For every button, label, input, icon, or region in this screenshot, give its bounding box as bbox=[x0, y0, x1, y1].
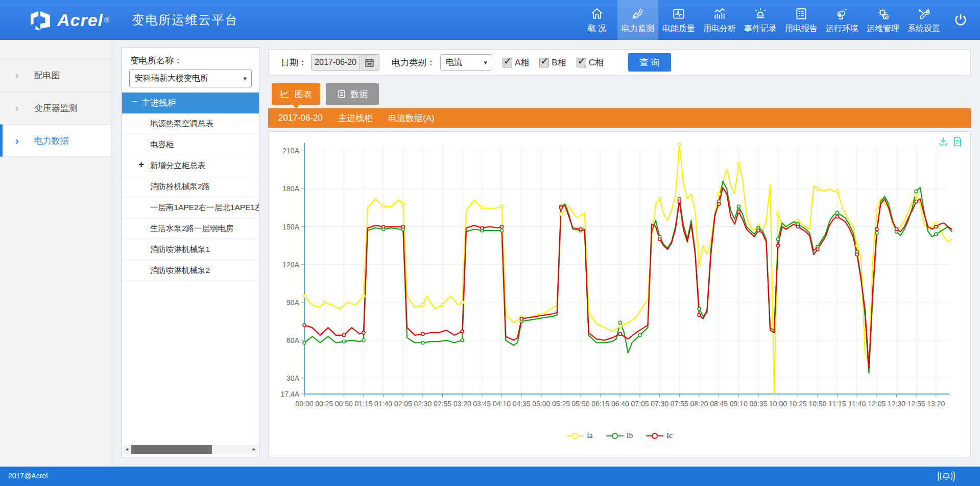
tree-node-label: 新增分立柜总表 bbox=[150, 160, 206, 171]
check-icon: ✓ bbox=[578, 55, 586, 67]
acrel-logo-icon bbox=[29, 10, 52, 30]
analysis-icon bbox=[713, 6, 726, 21]
phase-label: B相 bbox=[552, 57, 566, 68]
legend-marker-icon bbox=[646, 432, 663, 439]
tree-node-2[interactable]: 电容柜 bbox=[122, 134, 259, 155]
scroll-right-arrow-icon[interactable]: ► bbox=[250, 445, 258, 454]
tree-node-label: 主进线柜 bbox=[141, 97, 176, 109]
nav-item-usage-analysis[interactable]: 用电分析 bbox=[699, 0, 740, 40]
top-navigation: 概 况电力监测电能质量用电分析事件记录用电报告运行环境运维管理系统设置 bbox=[577, 0, 944, 40]
svg-text:60A: 60A bbox=[286, 336, 300, 344]
tree-node-6[interactable]: 生活水泵2路一层弱电房 bbox=[122, 218, 259, 239]
sidebar-item-transformer-monitor[interactable]: ›变压器监测 bbox=[0, 91, 111, 124]
legend-item-Ia[interactable]: Ia bbox=[566, 431, 593, 440]
svg-text:09:35: 09:35 bbox=[749, 400, 767, 408]
legend-item-Ic[interactable]: Ic bbox=[646, 431, 673, 440]
tab-data[interactable]: 数据 bbox=[326, 83, 379, 105]
tree-node-4[interactable]: 消防栓机械泵2路 bbox=[122, 176, 259, 197]
tree-node-label: 消防喷淋机械泵1 bbox=[150, 244, 210, 255]
date-input[interactable]: 2017-06-20 bbox=[311, 54, 360, 71]
power-type-select[interactable]: 电流 ▾ bbox=[440, 54, 492, 71]
query-toolbar: 日期： 2017-06-20 电力类别： 电流 ▾ ✓A相✓B相✓C相 查 询 bbox=[268, 49, 971, 76]
export-data-icon[interactable] bbox=[953, 136, 962, 147]
sidebar-menu: ›配电图›变压器监测›电力数据 bbox=[0, 59, 111, 157]
tree-node-1[interactable]: 地源热泵空调总表 bbox=[122, 113, 259, 134]
tree-node-label: 一层南1APE2右一层北1APE1左 bbox=[150, 202, 259, 213]
tree-node-8[interactable]: 消防喷淋机械泵2 bbox=[122, 260, 259, 281]
scrollbar-thumb[interactable] bbox=[131, 445, 212, 454]
phase-checkbox-C相[interactable]: ✓C相 bbox=[577, 57, 604, 68]
checkbox[interactable]: ✓ bbox=[539, 58, 549, 67]
svg-text:11:40: 11:40 bbox=[848, 400, 866, 408]
quality-icon bbox=[672, 6, 685, 21]
svg-text:17.4A: 17.4A bbox=[280, 390, 299, 398]
svg-text:11:15: 11:15 bbox=[829, 400, 846, 408]
expand-plus-icon[interactable]: + bbox=[138, 159, 144, 170]
svg-text:07:30: 07:30 bbox=[651, 400, 668, 408]
legend-item-Ib[interactable]: Ib bbox=[606, 431, 633, 440]
app-title: 变电所运维云平台 bbox=[132, 12, 238, 28]
chevron-down-icon: ▾ bbox=[243, 75, 247, 82]
download-icon[interactable] bbox=[938, 136, 948, 147]
svg-text:10:00: 10:00 bbox=[769, 400, 787, 408]
svg-text:05:25: 05:25 bbox=[552, 400, 570, 408]
alarm-bell-icon[interactable] bbox=[935, 470, 958, 483]
legend-label: Ic bbox=[666, 431, 673, 440]
copyright-text: 2017@Acrel bbox=[8, 472, 47, 480]
tree-node-7[interactable]: 消防喷淋机械泵1 bbox=[122, 239, 259, 260]
station-select[interactable]: 安科瑞新大楼变电所 ▾ bbox=[129, 69, 252, 87]
svg-text:06:40: 06:40 bbox=[611, 400, 629, 408]
phase-checkbox-B相[interactable]: ✓B相 bbox=[539, 57, 566, 68]
footer-bar: 2017@Acrel bbox=[0, 467, 980, 486]
nav-item-label: 电能质量 bbox=[662, 24, 695, 34]
calendar-button[interactable] bbox=[360, 54, 379, 71]
chevron-right-icon: › bbox=[15, 70, 19, 81]
svg-text:120A: 120A bbox=[282, 261, 299, 269]
current-line-chart[interactable]: 30A60A90A120A150A180A210A17.4A00:0000:25… bbox=[269, 132, 970, 457]
plug-icon bbox=[631, 6, 644, 21]
svg-text:02:30: 02:30 bbox=[414, 400, 432, 408]
check-icon: ✓ bbox=[540, 55, 548, 67]
tree-horizontal-scrollbar[interactable]: ◄ ► bbox=[123, 445, 258, 454]
sidebar-item-power-data[interactable]: ›电力数据 bbox=[0, 124, 111, 157]
svg-text:04:35: 04:35 bbox=[513, 400, 531, 408]
nav-item-overview[interactable]: 概 况 bbox=[577, 0, 617, 40]
collapse-minus-icon[interactable]: − bbox=[132, 97, 137, 107]
nav-item-environment[interactable]: 运行环境 bbox=[822, 0, 863, 40]
checkbox[interactable]: ✓ bbox=[503, 58, 512, 67]
nav-item-power-quality[interactable]: 电能质量 bbox=[658, 0, 699, 40]
chevron-down-icon: ▾ bbox=[484, 59, 487, 66]
tab-chart[interactable]: 图表 bbox=[272, 83, 320, 105]
svg-text:180A: 180A bbox=[282, 184, 299, 193]
svg-text:00:25: 00:25 bbox=[315, 400, 333, 408]
chart-legend: IaIbIc bbox=[269, 431, 970, 440]
phase-checkbox-A相[interactable]: ✓A相 bbox=[503, 57, 529, 68]
logo-area: Acrel ® 变电所运维云平台 bbox=[29, 0, 238, 40]
nav-item-label: 事件记录 bbox=[744, 24, 777, 34]
svg-text:08:20: 08:20 bbox=[690, 400, 708, 408]
svg-text:13:20: 13:20 bbox=[927, 400, 945, 408]
tab-chart-label: 图表 bbox=[295, 88, 312, 100]
nav-item-event-log[interactable]: 事件记录 bbox=[740, 0, 781, 40]
nav-item-system-settings[interactable]: 系统设置 bbox=[903, 0, 944, 40]
checkbox[interactable]: ✓ bbox=[577, 58, 586, 67]
tree-node-0[interactable]: −主进线柜 bbox=[122, 92, 259, 113]
tree-node-3[interactable]: +新增分立柜总表 bbox=[122, 155, 259, 176]
svg-text:07:05: 07:05 bbox=[631, 400, 649, 408]
svg-text:10:25: 10:25 bbox=[789, 400, 807, 408]
query-button[interactable]: 查 询 bbox=[628, 53, 671, 72]
home-icon bbox=[590, 6, 604, 21]
check-icon: ✓ bbox=[504, 55, 512, 67]
power-type-value: 电流 bbox=[446, 57, 462, 68]
scroll-left-arrow-icon[interactable]: ◄ bbox=[123, 445, 131, 454]
nav-item-usage-report[interactable]: 用电报告 bbox=[781, 0, 822, 40]
sidebar-item-distribution-diagram[interactable]: ›配电图 bbox=[0, 59, 111, 91]
phase-checkbox-group: ✓A相✓B相✓C相 bbox=[492, 57, 604, 68]
nav-item-ops-management[interactable]: 运维管理 bbox=[863, 0, 903, 40]
logout-power-button[interactable] bbox=[945, 0, 976, 40]
tree-node-label: 消防喷淋机械泵2 bbox=[150, 265, 210, 276]
tab-data-label: 数据 bbox=[351, 88, 368, 100]
nav-item-power-monitor[interactable]: 电力监测 bbox=[617, 0, 658, 40]
view-tabs: 图表 数据 bbox=[272, 83, 379, 105]
tree-node-5[interactable]: 一层南1APE2右一层北1APE1左 bbox=[122, 197, 259, 218]
